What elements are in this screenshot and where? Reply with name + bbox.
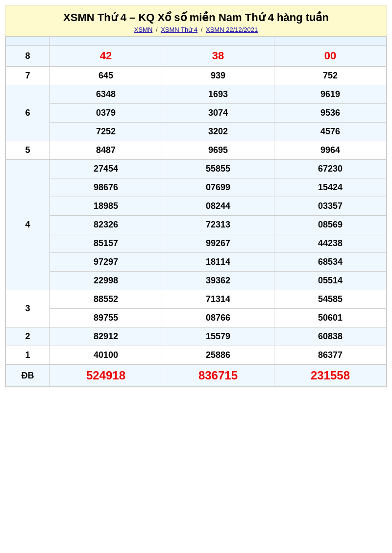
prize-value: 939 bbox=[162, 67, 274, 85]
prize-value: 9619 bbox=[274, 85, 386, 104]
results-table: 8423800764593975266348169396190379307495… bbox=[5, 37, 387, 387]
table-header-row bbox=[6, 37, 387, 46]
prize-value: 27454 bbox=[49, 160, 162, 178]
table-row: 725232024576 bbox=[6, 123, 387, 141]
prize-value: 3202 bbox=[162, 123, 274, 141]
table-row: 037930749536 bbox=[6, 104, 387, 123]
prize-value: 836715 bbox=[162, 365, 274, 387]
table-row: 189850824403357 bbox=[6, 197, 387, 216]
prize-value: 50601 bbox=[274, 309, 386, 327]
prize-value: 9695 bbox=[162, 141, 274, 160]
prize-value: 18114 bbox=[162, 253, 274, 272]
table-row: 1401002588686377 bbox=[6, 346, 387, 365]
prize-value: 08569 bbox=[274, 216, 386, 234]
grade-label: 5 bbox=[6, 141, 50, 160]
prize-value: 54585 bbox=[274, 290, 386, 309]
header: XSMN Thứ 4 – KQ Xổ số miền Nam Thứ 4 hàn… bbox=[5, 5, 387, 37]
prize-value: 18985 bbox=[49, 197, 162, 216]
table-row: 229983936205514 bbox=[6, 272, 387, 290]
table-row: 972971811468534 bbox=[6, 253, 387, 272]
prize-value: 86377 bbox=[274, 346, 386, 365]
prize-value: 15579 bbox=[162, 327, 274, 346]
breadcrumb: XSMN / XSMN Thứ 4 / XSMN 22/12/2021 bbox=[10, 26, 382, 33]
table-row: 851579926744238 bbox=[6, 234, 387, 253]
page-title: XSMN Thứ 4 – KQ Xổ số miền Nam Thứ 4 hàn… bbox=[10, 11, 382, 24]
col-can-tho-header[interactable] bbox=[162, 37, 274, 46]
table-row: ĐB524918836715231558 bbox=[6, 365, 387, 387]
prize-value: 6348 bbox=[49, 85, 162, 104]
prize-value: 99267 bbox=[162, 234, 274, 253]
grade-label: 2 bbox=[6, 327, 50, 346]
prize-value: 68534 bbox=[274, 253, 386, 272]
table-row: 986760769915424 bbox=[6, 178, 387, 197]
col-soc-trang-header[interactable] bbox=[274, 37, 386, 46]
prize-value: 42 bbox=[49, 46, 162, 67]
prize-value: 60838 bbox=[274, 327, 386, 346]
breadcrumb-xsmn-date[interactable]: XSMN 22/12/2021 bbox=[206, 26, 258, 33]
table-row: 823267231308569 bbox=[6, 216, 387, 234]
table-row: 2829121557960838 bbox=[6, 327, 387, 346]
prize-value: 22998 bbox=[49, 272, 162, 290]
grade-label: 6 bbox=[6, 85, 50, 141]
prize-value: 07699 bbox=[162, 178, 274, 197]
grade-label: 7 bbox=[6, 67, 50, 85]
prize-value: 25886 bbox=[162, 346, 274, 365]
prize-value: 38 bbox=[162, 46, 274, 67]
prize-value: 0379 bbox=[49, 104, 162, 123]
prize-value: 08766 bbox=[162, 309, 274, 327]
grade-label: 4 bbox=[6, 160, 50, 290]
prize-value: 524918 bbox=[49, 365, 162, 387]
prize-value: 85157 bbox=[49, 234, 162, 253]
grade-label: 8 bbox=[6, 46, 50, 67]
col-dong-nai-header[interactable] bbox=[49, 37, 162, 46]
table-row: 5848796959964 bbox=[6, 141, 387, 160]
prize-value: 98676 bbox=[49, 178, 162, 197]
prize-value: 40100 bbox=[49, 346, 162, 365]
table-row: 8423800 bbox=[6, 46, 387, 67]
prize-value: 752 bbox=[274, 67, 386, 85]
grade-label: ĐB bbox=[6, 365, 50, 387]
prize-value: 82326 bbox=[49, 216, 162, 234]
prize-value: 89755 bbox=[49, 309, 162, 327]
breadcrumb-xsmn[interactable]: XSMN bbox=[134, 26, 153, 33]
prize-value: 4576 bbox=[274, 123, 386, 141]
col-g-header bbox=[6, 37, 50, 46]
grade-label: 3 bbox=[6, 290, 50, 327]
prize-value: 67230 bbox=[274, 160, 386, 178]
prize-value: 8487 bbox=[49, 141, 162, 160]
prize-value: 44238 bbox=[274, 234, 386, 253]
prize-value: 9536 bbox=[274, 104, 386, 123]
prize-value: 231558 bbox=[274, 365, 386, 387]
prize-value: 39362 bbox=[162, 272, 274, 290]
table-row: 4274545585567230 bbox=[6, 160, 387, 178]
table-row: 7645939752 bbox=[6, 67, 387, 85]
prize-value: 08244 bbox=[162, 197, 274, 216]
prize-value: 3074 bbox=[162, 104, 274, 123]
breadcrumb-xsmn-thu4[interactable]: XSMN Thứ 4 bbox=[161, 26, 197, 33]
table-row: 6634816939619 bbox=[6, 85, 387, 104]
prize-value: 645 bbox=[49, 67, 162, 85]
table-row: 3885527131454585 bbox=[6, 290, 387, 309]
grade-label: 1 bbox=[6, 346, 50, 365]
prize-value: 72313 bbox=[162, 216, 274, 234]
prize-value: 05514 bbox=[274, 272, 386, 290]
prize-value: 15424 bbox=[274, 178, 386, 197]
prize-value: 00 bbox=[274, 46, 386, 67]
table-row: 897550876650601 bbox=[6, 309, 387, 327]
prize-value: 82912 bbox=[49, 327, 162, 346]
prize-value: 88552 bbox=[49, 290, 162, 309]
prize-value: 7252 bbox=[49, 123, 162, 141]
prize-value: 1693 bbox=[162, 85, 274, 104]
main-container: XSMN Thứ 4 – KQ Xổ số miền Nam Thứ 4 hàn… bbox=[5, 5, 387, 387]
prize-value: 97297 bbox=[49, 253, 162, 272]
prize-value: 03357 bbox=[274, 197, 386, 216]
prize-value: 71314 bbox=[162, 290, 274, 309]
prize-value: 55855 bbox=[162, 160, 274, 178]
prize-value: 9964 bbox=[274, 141, 386, 160]
